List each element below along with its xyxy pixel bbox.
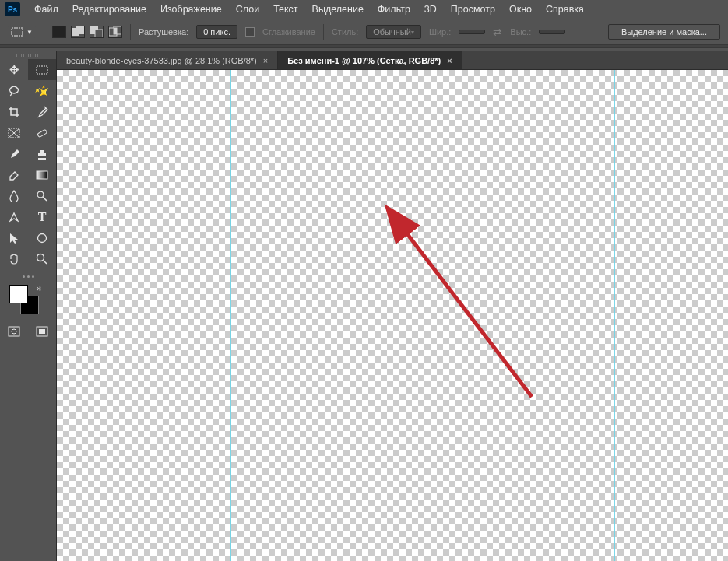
guide-vertical[interactable] [406, 70, 406, 561]
eraser-icon [8, 169, 20, 181]
dodge-tool[interactable] [28, 185, 56, 206]
document-tab[interactable]: beauty-blonde-eyes-37533.jpg @ 28,1% (RG… [57, 51, 278, 69]
marquee-icon [11, 27, 23, 37]
width-input[interactable] [459, 30, 485, 34]
clone-stamp-tool[interactable] [28, 143, 56, 164]
selection-intersect-icon[interactable] [108, 26, 122, 38]
panel-grip[interactable] [0, 51, 56, 59]
ellipse-icon [37, 233, 47, 244]
svg-rect-4 [95, 30, 103, 37]
menu-image[interactable]: Изображение [154, 2, 228, 17]
swap-colors-icon[interactable]: ⤭ [36, 285, 42, 293]
guide-horizontal[interactable] [57, 387, 728, 387]
quickmask-icon [8, 326, 20, 337]
select-and-mask-button[interactable]: Выделение и маска... [608, 24, 720, 40]
menu-view[interactable]: Просмотр [445, 2, 501, 17]
photoshop-logo: Ps [5, 2, 20, 16]
selection-new-icon[interactable] [52, 26, 66, 38]
height-label: Выс.: [510, 27, 531, 37]
guide-vertical[interactable] [614, 70, 615, 561]
pen-tool[interactable] [0, 206, 28, 227]
color-swatches[interactable]: ⤭ [9, 285, 44, 316]
hand-tool[interactable] [0, 248, 28, 269]
antialias-label: Сглаживание [262, 27, 315, 37]
height-input[interactable] [539, 30, 565, 34]
marquee-selection-edge [57, 223, 728, 223]
guide-horizontal[interactable] [57, 556, 728, 556]
move-tool[interactable]: ✥ [0, 59, 28, 80]
style-dropdown[interactable]: Обычный ▾ [366, 25, 421, 39]
zoom-icon [36, 253, 48, 265]
eyedropper-tool[interactable] [28, 101, 56, 122]
lasso-icon [8, 85, 20, 97]
svg-line-15 [43, 197, 47, 201]
menu-file[interactable]: Файл [28, 2, 65, 17]
document-area: beauty-blonde-eyes-37533.jpg @ 28,1% (RG… [57, 51, 728, 561]
feather-input[interactable]: 0 пикс. [196, 25, 237, 39]
blur-tool[interactable] [0, 185, 28, 206]
screen-mode-tool[interactable] [36, 324, 48, 339]
pen-icon [8, 211, 20, 223]
svg-line-18 [44, 261, 47, 264]
edit-toolbar-icon[interactable] [0, 272, 56, 280]
menu-layers[interactable]: Слои [230, 2, 266, 17]
shape-tool[interactable] [28, 227, 56, 248]
svg-rect-0 [12, 28, 23, 36]
menu-select[interactable]: Выделение [306, 2, 370, 17]
frame-tool[interactable] [0, 122, 28, 143]
swap-wh-icon[interactable]: ⇄ [493, 26, 502, 38]
tool-preset-picker[interactable]: ▼ [8, 26, 36, 38]
options-bar: ▼ Растушевка: 0 пикс. Сглаживание Стиль:… [0, 19, 728, 45]
selection-mode-group [52, 26, 122, 38]
frame-icon [8, 128, 20, 138]
foreground-color[interactable] [9, 285, 28, 303]
move-icon: ✥ [9, 63, 19, 77]
guide-vertical[interactable] [230, 70, 231, 561]
menu-text[interactable]: Текст [267, 2, 304, 17]
transparent-canvas [57, 70, 728, 561]
canvas-viewport[interactable] [57, 70, 728, 561]
eyedropper-icon [36, 106, 48, 118]
svg-point-17 [37, 254, 44, 261]
antialias-checkbox[interactable] [245, 27, 255, 37]
style-label: Стиль: [332, 27, 358, 37]
close-icon[interactable]: × [447, 56, 452, 65]
menu-edit[interactable]: Редактирование [66, 2, 153, 17]
svg-point-20 [12, 329, 16, 334]
gradient-tool[interactable] [28, 164, 56, 185]
lasso-tool[interactable] [0, 80, 28, 101]
quick-mask-tool[interactable] [8, 324, 20, 339]
svg-point-16 [38, 233, 47, 242]
divider [323, 24, 324, 40]
menu-filter[interactable]: Фильтр [371, 2, 417, 17]
feather-label: Растушевка: [139, 27, 188, 37]
svg-rect-22 [39, 329, 45, 334]
close-icon[interactable]: × [263, 56, 268, 65]
eraser-tool[interactable] [0, 164, 28, 185]
marquee-tool[interactable] [28, 59, 56, 80]
type-icon: T [38, 210, 47, 224]
tab-label: beauty-blonde-eyes-37533.jpg @ 28,1% (RG… [66, 56, 257, 65]
selection-add-icon[interactable] [71, 26, 85, 38]
healing-brush-tool[interactable] [28, 122, 56, 143]
path-selection-tool[interactable] [0, 227, 28, 248]
crop-tool[interactable] [0, 101, 28, 122]
width-label: Шир.: [429, 27, 451, 37]
menu-help[interactable]: Справка [540, 2, 590, 17]
zoom-tool[interactable] [28, 248, 56, 269]
brush-tool[interactable] [0, 143, 28, 164]
document-tab[interactable]: Без имени-1 @ 107% (Сетка, RGB/8*) × [278, 51, 462, 69]
menu-window[interactable]: Окно [503, 2, 538, 17]
marquee-icon [36, 65, 48, 75]
drop-icon [9, 190, 19, 202]
magic-wand-tool[interactable]: ✨ [28, 80, 56, 101]
svg-point-14 [37, 191, 44, 198]
menu-3d[interactable]: 3D [418, 2, 443, 17]
tools-panel: ✥ ✨ [0, 51, 57, 561]
document-tabs: beauty-blonde-eyes-37533.jpg @ 28,1% (RG… [57, 51, 728, 70]
divider [130, 24, 131, 40]
selection-subtract-icon[interactable] [90, 26, 104, 38]
wand-icon: ✨ [32, 80, 52, 100]
arrow-cursor-icon [9, 232, 19, 244]
type-tool[interactable]: T [28, 206, 56, 227]
